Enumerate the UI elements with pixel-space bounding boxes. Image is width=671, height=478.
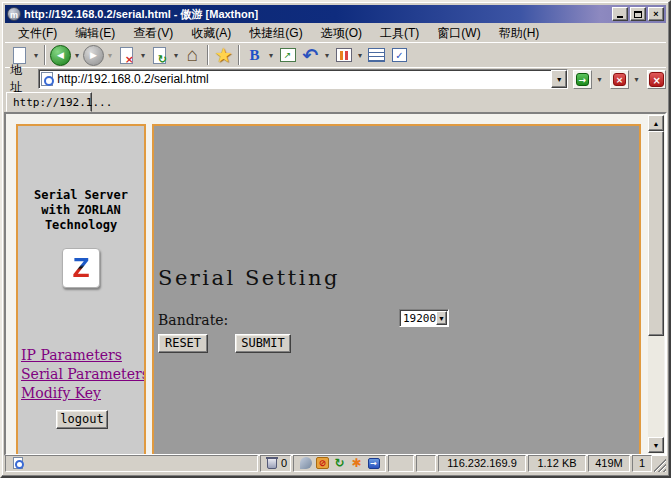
menu-item-view[interactable]: 查看(V) bbox=[124, 24, 182, 43]
undo-button[interactable]: ↶ bbox=[299, 43, 322, 67]
chevron-down-icon: ▼ bbox=[556, 76, 563, 83]
go-icon: → bbox=[576, 73, 589, 86]
memory-segment: 419M bbox=[588, 455, 630, 472]
close-icon: × bbox=[653, 9, 658, 19]
toolbar-separator bbox=[207, 45, 209, 65]
address-dropdown-button[interactable]: ▼ bbox=[551, 70, 567, 88]
plugins-icon bbox=[336, 48, 352, 62]
form-fill-icon: ✓ bbox=[392, 48, 407, 62]
address-bar: 地址 http://192.168.0.2/serial.html ▼ → ▾ … bbox=[5, 67, 666, 90]
back-button[interactable]: ◀ bbox=[49, 43, 72, 67]
stop-dropdown[interactable]: ▾ bbox=[138, 51, 148, 60]
submit-button[interactable]: SUBMIT bbox=[235, 334, 291, 353]
fullscreen-icon: ↗ bbox=[280, 48, 296, 62]
groups-dropdown[interactable]: ▾ bbox=[266, 51, 276, 60]
forward-icon: ▶ bbox=[83, 45, 104, 66]
home-button[interactable]: ⌂ bbox=[181, 43, 204, 67]
scrollbar-thumb[interactable] bbox=[648, 131, 664, 336]
new-page-dropdown[interactable]: ▾ bbox=[31, 51, 41, 60]
stop-loading-icon: × bbox=[613, 73, 626, 86]
menu-item-favorites[interactable]: 收藏(A) bbox=[182, 24, 240, 43]
undo-dropdown[interactable]: ▾ bbox=[322, 51, 332, 60]
ip-address: 116.232.169.9 bbox=[447, 457, 517, 469]
z-logo-letter: Z bbox=[72, 254, 89, 282]
title-bar[interactable]: m http://192.168.0.2/serial.html - 傲游 [M… bbox=[5, 5, 666, 23]
baudrate-label: Bandrate: bbox=[158, 312, 228, 328]
tab-current[interactable]: http://192.1... bbox=[6, 92, 92, 112]
new-page-icon bbox=[13, 47, 26, 64]
groups-button[interactable]: B bbox=[243, 43, 266, 67]
brand-line: Technology bbox=[18, 218, 144, 233]
maximize-icon bbox=[634, 11, 642, 18]
maximize-button[interactable] bbox=[630, 7, 646, 21]
undo-icon: ↶ bbox=[303, 44, 319, 66]
fullscreen-button[interactable]: ↗ bbox=[276, 43, 299, 67]
trash-count: 0 bbox=[281, 457, 287, 469]
brand-text: Serial Server with ZORLAN Technology bbox=[18, 188, 144, 233]
menu-item-window[interactable]: 窗口(W) bbox=[428, 24, 489, 43]
scroll-up-button[interactable]: ▲ bbox=[648, 115, 664, 131]
scroll-down-button[interactable]: ▼ bbox=[648, 437, 664, 453]
refresh-button[interactable]: ↻ bbox=[148, 43, 171, 67]
form-fill-status-icon[interactable]: → bbox=[367, 457, 380, 470]
auto-refresh-icon[interactable]: ↻ bbox=[333, 457, 346, 470]
plugins-button[interactable] bbox=[332, 43, 355, 67]
toolbar-separator bbox=[238, 45, 240, 65]
tab-bar: http://192.1... bbox=[5, 90, 666, 112]
menu-item-edit[interactable]: 编辑(E) bbox=[66, 24, 124, 43]
window-title: http://192.168.0.2/serial.html - 傲游 [Max… bbox=[24, 7, 610, 22]
page-viewport: Serial Server with ZORLAN Technology Z I… bbox=[4, 112, 667, 456]
status-empty-segment bbox=[416, 455, 436, 472]
flash-blocker-icon[interactable]: ✱ bbox=[350, 457, 363, 470]
reset-button[interactable]: RESET bbox=[158, 334, 208, 353]
go-dropdown[interactable]: ▾ bbox=[594, 75, 606, 84]
home-icon: ⌂ bbox=[187, 44, 198, 66]
refresh-dropdown[interactable]: ▾ bbox=[171, 51, 181, 60]
close-button[interactable]: × bbox=[648, 7, 664, 21]
forward-button[interactable]: ▶ bbox=[82, 43, 105, 67]
favorites-button[interactable]: ★ bbox=[212, 43, 235, 67]
maxthon-app-icon: m bbox=[7, 7, 21, 21]
browser-window: m http://192.168.0.2/serial.html - 傲游 [M… bbox=[0, 0, 671, 478]
list-icon bbox=[368, 48, 385, 62]
back-dropdown[interactable]: ▾ bbox=[72, 51, 82, 60]
link-serial-parameters[interactable]: Serial Parameters bbox=[21, 365, 144, 384]
status-page-icon bbox=[11, 457, 24, 470]
go-button[interactable]: → bbox=[573, 70, 592, 89]
menu-item-tools[interactable]: 工具(T) bbox=[371, 24, 428, 43]
address-combobox[interactable]: http://192.168.0.2/serial.html ▼ bbox=[38, 69, 568, 89]
link-ip-parameters[interactable]: IP Parameters bbox=[21, 346, 144, 365]
link-modify-key[interactable]: Modify Key bbox=[21, 384, 144, 403]
menu-item-file[interactable]: 文件(F) bbox=[9, 24, 66, 43]
minimize-button[interactable] bbox=[612, 7, 628, 21]
baudrate-select[interactable]: 19200 ▼ bbox=[399, 309, 449, 327]
menu-item-groups[interactable]: 快捷组(G) bbox=[240, 24, 311, 43]
resize-grip[interactable] bbox=[654, 455, 666, 472]
vertical-scrollbar[interactable]: ▲ ▼ bbox=[648, 115, 664, 453]
sidebar-nav: IP Parameters Serial Parameters Modify K… bbox=[21, 346, 144, 403]
stop-loading-dropdown[interactable]: ▾ bbox=[631, 75, 643, 84]
brand-line: Serial Server bbox=[18, 188, 144, 203]
close-tab-button[interactable]: × bbox=[647, 70, 666, 89]
stop-loading-button[interactable]: × bbox=[610, 70, 629, 89]
chevron-down-icon: ▼ bbox=[438, 315, 445, 322]
stop-button[interactable]: × bbox=[115, 43, 138, 67]
trash-segment[interactable]: 0 bbox=[260, 455, 291, 472]
list-button[interactable] bbox=[365, 43, 388, 67]
proxy-icon[interactable] bbox=[299, 457, 312, 470]
close-tab-icon: × bbox=[649, 72, 664, 87]
menu-item-help[interactable]: 帮助(H) bbox=[490, 24, 549, 43]
page-title: Serial Setting bbox=[158, 266, 639, 290]
select-dropdown-button[interactable]: ▼ bbox=[436, 311, 447, 325]
url-input[interactable]: http://192.168.0.2/serial.html bbox=[57, 72, 551, 86]
scroll-up-icon: ▲ bbox=[653, 120, 660, 127]
form-fill-button[interactable]: ✓ bbox=[388, 43, 411, 67]
zorlan-logo: Z bbox=[62, 248, 100, 288]
main-frame: Serial Setting Bandrate: 19200 ▼ RESET S… bbox=[152, 124, 641, 454]
forward-dropdown[interactable]: ▾ bbox=[105, 51, 115, 60]
popup-blocker-icon[interactable]: ⊘ bbox=[316, 457, 329, 470]
plugins-dropdown[interactable]: ▾ bbox=[355, 51, 365, 60]
status-toggles-segment: ⊘ ↻ ✱ → bbox=[293, 455, 386, 472]
menu-item-options[interactable]: 选项(O) bbox=[312, 24, 371, 43]
logout-button[interactable]: logout bbox=[56, 410, 108, 429]
